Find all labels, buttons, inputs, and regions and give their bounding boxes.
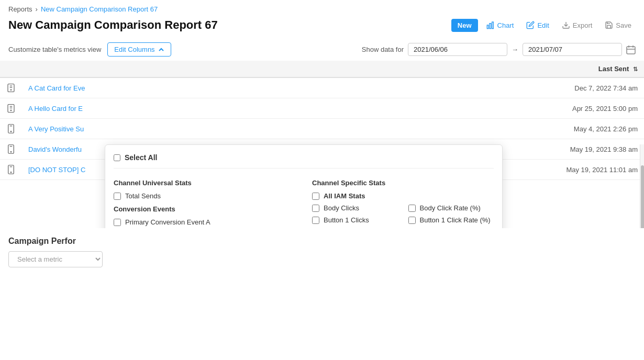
svg-rect-12 — [8, 105, 14, 113]
breadcrumb-current: New Campaign Comparison Report 67 — [41, 5, 158, 13]
table-row: A Very Positive Su May 4, 2021 2:26 pm — [0, 119, 644, 139]
iam-right-col: Body Click Rate (%)Button 1 Click Rate (… — [408, 204, 494, 228]
campaign-name: A Cat Card for Eve — [22, 77, 351, 98]
breadcrumb: Reports › New Campaign Comparison Report… — [0, 0, 644, 15]
row-icon — [0, 139, 22, 160]
chart-button[interactable]: Chart — [482, 18, 518, 32]
breadcrumb-separator: › — [36, 5, 38, 13]
conversion-items: Primary Conversion Event APrimary Conver… — [114, 218, 295, 228]
page-header: New Campaign Comparison Report 67 New Ch… — [0, 15, 644, 38]
export-icon — [562, 21, 570, 29]
customize-label: Customize table's metrics view — [8, 46, 101, 53]
iam-item[interactable]: Button 1 Clicks — [312, 216, 398, 224]
svg-rect-8 — [8, 84, 14, 92]
edit-columns-dropdown: Select All Channel Universal Stats Total… — [105, 144, 503, 228]
conversion-section-title: Conversion Events — [114, 205, 295, 213]
table-row: A Hello Card for E Apr 25, 2021 5:00 pm — [0, 98, 644, 119]
breadcrumb-parent[interactable]: Reports — [8, 5, 32, 13]
calendar-icon[interactable] — [626, 45, 636, 54]
svg-point-11 — [10, 89, 12, 91]
conversion-item[interactable]: Primary Conversion Event A — [114, 218, 295, 226]
specific-section-title: Channel Specific Stats — [312, 179, 494, 187]
performance-section: Campaign Perfor Select a metric — [0, 228, 644, 276]
right-column: Channel Specific Stats All IAM Stats Bod… — [312, 177, 494, 228]
svg-point-15 — [10, 110, 12, 111]
save-icon — [605, 21, 613, 29]
svg-rect-4 — [627, 47, 635, 54]
all-iam-checkbox[interactable] — [312, 193, 319, 200]
col-icon — [0, 61, 22, 77]
sort-indicator: ⇅ — [633, 66, 638, 72]
last-sent: Apr 25, 2021 5:00 pm — [351, 98, 644, 119]
svg-rect-2 — [492, 22, 493, 29]
col-last-sent[interactable]: Last Sent ⇅ — [351, 61, 644, 77]
export-label: Export — [573, 21, 593, 29]
header-actions: New Chart Edit Export Save — [451, 18, 636, 32]
all-iam-row: All IAM Stats — [312, 192, 494, 200]
date-arrow: → — [512, 46, 518, 53]
conversion-checkbox[interactable] — [114, 219, 121, 226]
edit-icon — [526, 21, 535, 29]
show-data-label: Show data for — [362, 46, 404, 53]
edit-columns-label: Edit Columns — [114, 46, 154, 53]
select-all-label: Select All — [125, 153, 158, 162]
iam-items-grid: Body ClicksButton 1 ClicksButton 2 Click… — [312, 204, 494, 228]
universal-section-title: Channel Universal Stats — [114, 179, 295, 187]
chart-label: Chart — [497, 21, 514, 29]
row-icon — [0, 119, 22, 139]
row-icon — [0, 98, 22, 119]
toolbar: Customize table's metrics view Edit Colu… — [0, 38, 644, 61]
svg-point-21 — [10, 152, 12, 153]
edit-columns-button[interactable]: Edit Columns — [107, 42, 171, 57]
export-button[interactable]: Export — [558, 18, 597, 32]
last-sent: Dec 7, 2022 7:34 am — [351, 77, 644, 98]
iam-item[interactable]: Button 1 Click Rate (%) — [408, 216, 494, 224]
date-range-section: Show data for → — [362, 43, 636, 56]
select-all-checkbox[interactable] — [114, 154, 120, 161]
date-to-input[interactable] — [523, 43, 622, 56]
svg-point-24 — [10, 172, 12, 173]
date-from-input[interactable] — [408, 43, 507, 56]
save-label: Save — [616, 21, 631, 29]
total-sends-checkbox[interactable] — [114, 193, 121, 200]
last-sent: May 4, 2021 2:26 pm — [351, 119, 644, 139]
all-iam-label: All IAM Stats — [324, 192, 365, 200]
row-icon — [0, 160, 22, 180]
total-sends-item[interactable]: Total Sends — [114, 192, 295, 200]
chevron-up-icon — [158, 47, 164, 53]
iam-left-col: Body ClicksButton 1 ClicksButton 2 Click… — [312, 204, 398, 228]
performance-title: Campaign Perfor — [8, 237, 636, 246]
edit-label: Edit — [537, 21, 549, 29]
edit-button[interactable]: Edit — [522, 18, 553, 32]
table-row: A Cat Card for Eve Dec 7, 2022 7:34 am — [0, 77, 644, 98]
campaign-name: A Very Positive Su — [22, 119, 351, 139]
svg-rect-0 — [487, 25, 488, 29]
svg-point-18 — [10, 131, 12, 132]
iam-item[interactable]: Body Click Rate (%) — [408, 204, 494, 212]
row-icon — [0, 77, 22, 98]
iam-item[interactable]: Body Clicks — [312, 204, 398, 212]
scrollbar-thumb — [641, 165, 644, 228]
new-button[interactable]: New — [451, 19, 478, 32]
svg-rect-1 — [490, 24, 491, 29]
chart-icon — [486, 21, 495, 29]
table-area: Last Sent ⇅ A Cat Card for Eve Dec 7, 20… — [0, 61, 644, 228]
metric-select[interactable]: Select a metric — [8, 251, 103, 267]
col-name — [22, 61, 351, 77]
save-button[interactable]: Save — [601, 18, 636, 32]
page-title: New Campaign Comparison Report 67 — [8, 18, 445, 32]
campaign-name: A Hello Card for E — [22, 98, 351, 119]
scrollbar[interactable] — [640, 144, 644, 228]
select-all-row: Select All — [114, 153, 494, 168]
left-column: Channel Universal Stats Total Sends Conv… — [114, 177, 295, 228]
